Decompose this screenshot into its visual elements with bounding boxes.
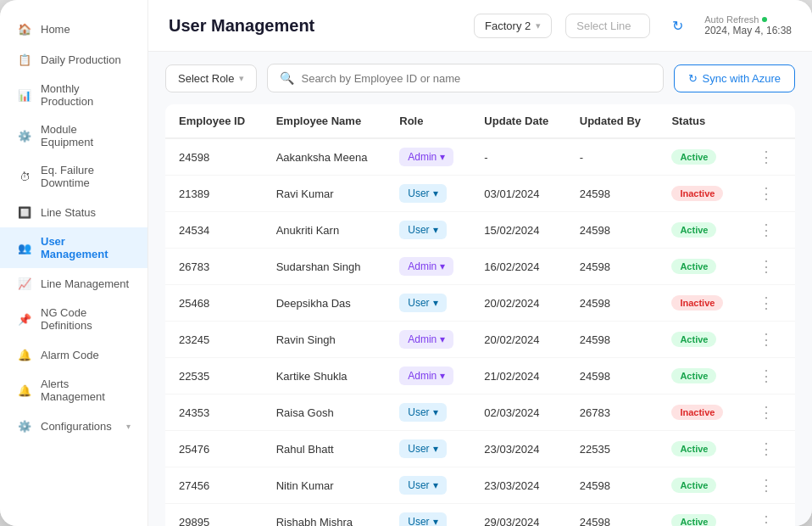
- role-badge[interactable]: User ▾: [399, 512, 446, 526]
- role-badge[interactable]: User ▾: [399, 403, 446, 422]
- more-options-button[interactable]: ⋮: [754, 220, 779, 240]
- role-badge[interactable]: User ▾: [399, 184, 446, 203]
- cell-role[interactable]: Admin ▾: [386, 249, 470, 285]
- cell-role[interactable]: User ▾: [386, 431, 470, 467]
- cell-status: Inactive: [658, 176, 740, 212]
- cell-role[interactable]: Admin ▾: [386, 322, 470, 358]
- sidebar: 🏠Home📋Daily Production📊Monthly Productio…: [0, 0, 148, 526]
- eq-failure-downtime-icon: ⏱: [17, 169, 32, 184]
- cell-update-date: 03/01/2024: [470, 176, 565, 212]
- search-icon: 🔍: [280, 71, 294, 85]
- sidebar-item-user-management[interactable]: 👥User Management: [0, 227, 147, 268]
- cell-employee-id: 23245: [165, 322, 263, 358]
- toolbar: Select Role ▾ 🔍 ↻ Sync with Azure: [148, 52, 812, 104]
- cell-employee-name: Aakanksha Meena: [263, 138, 387, 176]
- sidebar-item-label: Line Status: [41, 206, 131, 219]
- cell-status: Active: [658, 358, 740, 394]
- role-badge[interactable]: Admin ▾: [399, 367, 453, 385]
- more-options-button[interactable]: ⋮: [754, 402, 779, 422]
- cell-status: Active: [658, 431, 740, 467]
- cell-employee-id: 21389: [165, 176, 263, 212]
- search-input[interactable]: [301, 72, 650, 85]
- sidebar-item-label: Alarm Code: [41, 349, 131, 361]
- sidebar-item-daily-production[interactable]: 📋Daily Production: [0, 44, 147, 75]
- module-equipment-icon: ⚙️: [17, 128, 32, 143]
- line-selector[interactable]: Select Line: [565, 14, 650, 38]
- cell-employee-id: 26783: [165, 249, 263, 285]
- table-row: 23245 Ravin Singh Admin ▾ 20/02/2024 245…: [165, 322, 795, 358]
- daily-production-icon: 📋: [17, 52, 32, 67]
- more-options-button[interactable]: ⋮: [754, 366, 779, 386]
- role-badge[interactable]: Admin ▾: [399, 330, 453, 349]
- cell-employee-name: Kartike Shukla: [263, 358, 387, 394]
- cell-role[interactable]: User ▾: [386, 176, 470, 212]
- role-badge[interactable]: User ▾: [399, 294, 446, 312]
- cell-update-date: 15/02/2024: [470, 212, 565, 249]
- sidebar-item-alarm-code[interactable]: 🔔Alarm Code: [0, 339, 147, 370]
- sidebar-item-label: Daily Production: [41, 53, 131, 66]
- role-selector[interactable]: Select Role ▾: [165, 64, 257, 92]
- col-actions: [740, 104, 795, 138]
- chevron-down-icon: ▾: [433, 406, 438, 418]
- more-options-button[interactable]: ⋮: [754, 329, 779, 350]
- role-badge[interactable]: Admin ▾: [399, 257, 453, 276]
- status-badge: Active: [671, 259, 716, 274]
- cell-role[interactable]: User ▾: [386, 285, 470, 322]
- cell-actions: ⋮: [740, 467, 795, 504]
- cell-role[interactable]: User ▾: [386, 212, 470, 249]
- cell-employee-id: 24534: [165, 212, 263, 249]
- cell-update-date: 21/02/2024: [470, 358, 565, 394]
- cell-role[interactable]: Admin ▾: [386, 138, 470, 176]
- more-options-button[interactable]: ⋮: [754, 256, 779, 277]
- status-badge: Active: [671, 368, 716, 383]
- sidebar-item-configurations[interactable]: ⚙️Configurations▾: [0, 411, 147, 441]
- cell-status: Inactive: [658, 394, 740, 431]
- ng-code-definitions-icon: 📌: [17, 311, 32, 327]
- refresh-button[interactable]: ↻: [664, 12, 691, 39]
- sidebar-item-alerts-management[interactable]: 🔔Alerts Management: [0, 370, 147, 411]
- line-selector-placeholder: Select Line: [576, 20, 631, 32]
- sidebar-item-home[interactable]: 🏠Home: [0, 14, 147, 44]
- table-row: 27456 Nitin Kumar User ▾ 23/03/2024 2459…: [165, 467, 795, 504]
- sidebar-item-label: Home: [41, 23, 131, 36]
- more-options-button[interactable]: ⋮: [754, 512, 779, 526]
- cell-role[interactable]: User ▾: [386, 504, 470, 527]
- cell-role[interactable]: User ▾: [386, 394, 470, 431]
- sidebar-item-label: Eq. Failure Downtime: [41, 164, 131, 189]
- table-row: 26783 Sudarshan Singh Admin ▾ 16/02/2024…: [165, 249, 795, 285]
- more-options-button[interactable]: ⋮: [754, 183, 779, 204]
- table-row: 24353 Raisa Gosh User ▾ 02/03/2024 26783…: [165, 394, 795, 431]
- cell-actions: ⋮: [740, 285, 795, 322]
- cell-updated-by: -: [566, 138, 659, 176]
- sidebar-item-ng-code-definitions[interactable]: 📌NG Code Definitions: [0, 299, 147, 339]
- role-badge[interactable]: User ▾: [399, 476, 446, 495]
- sidebar-item-line-status[interactable]: 🔲Line Status: [0, 197, 147, 227]
- table-row: 25476 Rahul Bhatt User ▾ 23/03/2024 2253…: [165, 431, 795, 467]
- status-badge: Active: [671, 149, 716, 165]
- header: User Management Factory 2 ▾ Select Line …: [148, 0, 812, 52]
- cell-role[interactable]: User ▾: [386, 467, 470, 504]
- factory-label: Factory 2: [485, 20, 531, 32]
- sidebar-item-label: User Management: [41, 235, 131, 260]
- cell-role[interactable]: Admin ▾: [386, 358, 470, 394]
- role-badge[interactable]: User ▾: [399, 221, 446, 239]
- sync-azure-button[interactable]: ↻ Sync with Azure: [674, 64, 796, 92]
- status-badge: Active: [671, 514, 716, 526]
- chevron-down-icon: ▾: [440, 333, 445, 345]
- more-options-button[interactable]: ⋮: [754, 293, 779, 313]
- more-options-button[interactable]: ⋮: [754, 439, 779, 459]
- table-row: 25468 Deepsikha Das User ▾ 20/02/2024 24…: [165, 285, 795, 322]
- sidebar-item-module-equipment[interactable]: ⚙️Module Equipment: [0, 115, 147, 156]
- alarm-code-icon: 🔔: [17, 347, 32, 362]
- sidebar-item-monthly-production[interactable]: 📊Monthly Production: [0, 75, 147, 115]
- role-badge[interactable]: User ▾: [399, 439, 446, 458]
- sidebar-item-eq-failure-downtime[interactable]: ⏱Eq. Failure Downtime: [0, 156, 147, 197]
- sidebar-item-line-management[interactable]: 📈Line Management: [0, 268, 147, 299]
- role-badge[interactable]: Admin ▾: [399, 148, 453, 166]
- cell-status: Active: [658, 504, 740, 527]
- more-options-button[interactable]: ⋮: [754, 475, 779, 495]
- factory-selector[interactable]: Factory 2 ▾: [474, 14, 552, 38]
- cell-update-date: 29/03/2024: [470, 504, 565, 527]
- cell-employee-name: Nitin Kumar: [263, 467, 387, 504]
- more-options-button[interactable]: ⋮: [754, 147, 779, 167]
